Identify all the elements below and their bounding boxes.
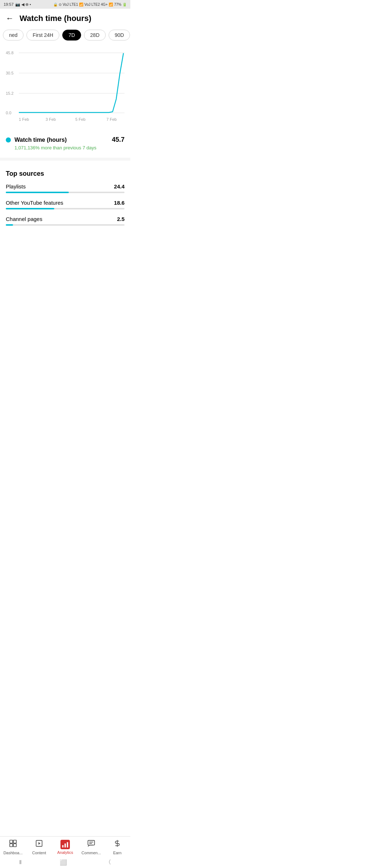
x-label-7feb: 7 Feb <box>106 117 117 122</box>
progress-bg-0 <box>6 192 125 193</box>
filter-tab-ned[interactable]: ned <box>3 30 24 41</box>
legend-label: Watch time (hours) <box>14 137 67 143</box>
status-right: 🔒 ⊙ VoJ LTE1 📶 VoJ LTE2 4G+ 📶 77% 🔋 <box>53 3 127 7</box>
time-filter-bar: nedFirst 24H7D28D90D365D <box>0 28 130 45</box>
x-label-3feb: 3 Feb <box>46 117 56 122</box>
status-icons: 📷 ◀ ⊕ • <box>15 2 31 7</box>
status-bar: 19:57 📷 ◀ ⊕ • 🔒 ⊙ VoJ LTE1 📶 VoJ LTE2 4G… <box>0 0 130 9</box>
source-name-2: Channel pages <box>6 216 42 222</box>
source-value-2: 2.5 <box>117 216 125 222</box>
y-label-mid1: 30.5 <box>6 71 13 75</box>
x-label-5feb: 5 Feb <box>75 117 85 122</box>
source-name-0: Playlists <box>6 183 26 190</box>
progress-fill-1 <box>6 208 54 209</box>
legend-left: Watch time (hours) <box>6 137 67 143</box>
progress-bg-2 <box>6 224 125 226</box>
source-item-0: Playlists 24.4 <box>6 183 125 193</box>
chart-line <box>19 53 123 112</box>
progress-bg-1 <box>6 208 125 209</box>
top-sources-section: Top sources Playlists 24.4 Other YouTube… <box>0 164 130 226</box>
filter-tab-7d[interactable]: 7D <box>62 30 81 41</box>
time: 19:57 <box>4 2 14 7</box>
legend-subtitle: 1,071,136% more than previous 7 days <box>14 145 125 150</box>
source-header-2: Channel pages 2.5 <box>6 216 125 222</box>
x-label-1feb: 1 Feb <box>19 117 29 122</box>
source-name-1: Other YouTube features <box>6 200 63 206</box>
page-title: Watch time (hours) <box>20 14 91 23</box>
page-header: ← Watch time (hours) <box>0 9 130 28</box>
filter-tab-28d[interactable]: 28D <box>84 30 106 41</box>
progress-fill-0 <box>6 192 69 193</box>
progress-fill-2 <box>6 224 13 226</box>
chart-container: 45.8 30.5 15.2 0.0 1 Feb 3 Feb 5 Feb 7 F… <box>0 45 130 129</box>
top-sources-title: Top sources <box>6 170 125 178</box>
source-header-0: Playlists 24.4 <box>6 183 125 190</box>
sources-list: Playlists 24.4 Other YouTube features 18… <box>6 183 125 226</box>
filter-tab-first-24h[interactable]: First 24H <box>26 30 59 41</box>
back-button[interactable]: ← <box>6 14 14 23</box>
filter-tab-90d[interactable]: 90D <box>109 30 130 41</box>
legend-value: 45.7 <box>112 136 125 144</box>
y-label-min: 0.0 <box>6 111 11 115</box>
y-label-max: 45.8 <box>6 51 13 55</box>
section-divider <box>0 158 130 161</box>
source-item-2: Channel pages 2.5 <box>6 216 125 226</box>
chart-legend: Watch time (hours) 45.7 1,071,136% more … <box>0 129 130 154</box>
source-item-1: Other YouTube features 18.6 <box>6 200 125 209</box>
legend-dot <box>6 137 11 142</box>
signal-icons: 🔒 ⊙ VoJ LTE1 📶 VoJ LTE2 4G+ 📶 77% 🔋 <box>53 3 127 7</box>
source-header-1: Other YouTube features 18.6 <box>6 200 125 206</box>
source-value-1: 18.6 <box>114 200 125 206</box>
status-left: 19:57 📷 ◀ ⊕ • <box>4 2 31 7</box>
watch-time-chart: 45.8 30.5 15.2 0.0 1 Feb 3 Feb 5 Feb 7 F… <box>6 48 125 128</box>
y-label-mid2: 15.2 <box>6 91 13 95</box>
legend-row: Watch time (hours) 45.7 <box>6 136 125 144</box>
source-value-0: 24.4 <box>114 183 125 190</box>
